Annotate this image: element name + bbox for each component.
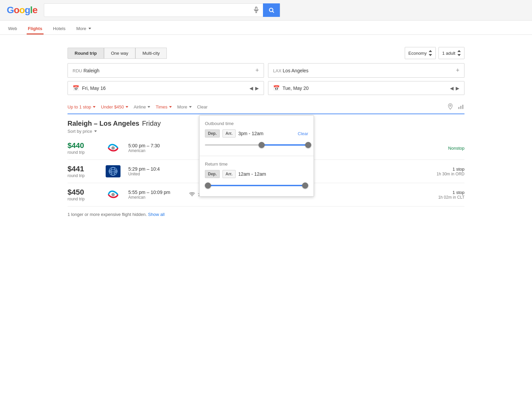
airport-row: RDURaleigh + LAXLos Angeles + xyxy=(68,63,464,78)
price-filter-arrow-icon xyxy=(126,106,128,108)
logo-g-blue2: g xyxy=(25,5,30,16)
filter-row: Up to 1 stop Under $450 Airline Times Mo… xyxy=(68,100,464,114)
flight-stop-type: 1 stop xyxy=(417,190,464,195)
return-arr-button[interactable]: Arr. xyxy=(222,170,236,178)
flight-times-col: 5:55 pm – 10:09 pm American xyxy=(128,190,182,200)
nav: Web Flights Hotels More xyxy=(0,21,532,35)
search-bar xyxy=(44,3,280,17)
depart-next-arrow[interactable]: ▶ xyxy=(255,85,259,91)
times-filter-arrow-icon xyxy=(169,106,172,108)
nav-hotels[interactable]: Hotels xyxy=(52,23,67,34)
svg-point-6 xyxy=(111,146,115,150)
results-date: Friday xyxy=(142,120,161,127)
flight-time: 5:00 pm – 7:30 xyxy=(128,143,182,148)
return-next-arrow[interactable]: ▶ xyxy=(456,85,459,91)
outbound-slider-fill xyxy=(262,144,308,146)
dest-city: Los Angeles xyxy=(283,68,309,73)
nav-more-label: More xyxy=(76,26,86,31)
round-trip-button[interactable]: Round trip xyxy=(68,48,104,59)
google-logo: Google xyxy=(7,5,37,16)
results-title-area: Raleigh – Los Angeles Friday Sort by pri… xyxy=(68,120,161,134)
stops-filter-label: Up to 1 stop xyxy=(68,104,91,109)
flight-price-col: $440 round trip xyxy=(68,141,98,155)
mic-icon[interactable] xyxy=(249,6,263,14)
flight-price: $440 xyxy=(68,141,98,150)
flight-stop-info: 1 stop 1h 30m in ORD xyxy=(417,167,464,176)
stops-filter-button[interactable]: Up to 1 stop xyxy=(68,104,96,109)
nav-more-arrow-icon xyxy=(88,28,91,29)
return-section: Return time Dep. Arr. 12am - 12am xyxy=(200,156,314,196)
airline-filter-label: Airline xyxy=(134,104,146,109)
outbound-section: Outbound time Dep. Arr. 3pm - 12am Clear xyxy=(200,116,314,156)
flight-airline: American xyxy=(128,195,182,200)
stops-filter-arrow-icon xyxy=(93,106,96,108)
flight-trip-label: round trip xyxy=(68,197,98,201)
search-input[interactable] xyxy=(44,7,249,13)
nav-web[interactable]: Web xyxy=(7,23,19,34)
svg-line-2 xyxy=(273,11,274,13)
return-slider-right-thumb[interactable] xyxy=(302,182,308,189)
return-time-range: 12am - 12am xyxy=(238,171,266,177)
outbound-arr-button[interactable]: Arr. xyxy=(222,129,236,138)
outbound-clear-link[interactable]: Clear xyxy=(298,131,308,136)
nav-more[interactable]: More xyxy=(75,23,92,34)
times-filter-button[interactable]: Times xyxy=(156,104,172,109)
return-slider[interactable] xyxy=(205,182,308,189)
return-date-label: Tue, May 20 xyxy=(283,85,309,91)
nav-flights[interactable]: Flights xyxy=(27,23,44,34)
header: Google xyxy=(0,0,532,21)
airline-filter-arrow-icon xyxy=(148,106,150,108)
flight-times-col: 5:00 pm – 7:30 American xyxy=(128,143,182,153)
flight-stop-detail: 1h 02m in CLT xyxy=(417,195,464,200)
clear-filter-label: Clear xyxy=(197,104,208,109)
more-filter-label: More xyxy=(177,104,187,109)
flight-stop-type: 1 stop xyxy=(417,167,464,172)
flight-airline: American xyxy=(128,148,182,153)
passengers-select[interactable]: 1 adult xyxy=(438,47,464,59)
american-airlines-logo-icon xyxy=(106,142,121,154)
origin-input[interactable]: RDURaleigh + xyxy=(68,63,264,78)
chart-icon[interactable] xyxy=(458,103,464,111)
date-row: 📅 Fri, May 16 ◀ ▶ 📅 Tue, May 20 ◀ ▶ xyxy=(68,81,464,95)
outbound-label: Outbound time xyxy=(205,121,308,126)
search-button[interactable] xyxy=(263,3,280,17)
dest-input[interactable]: LAXLos Angeles + xyxy=(268,63,464,78)
return-prev-arrow[interactable]: ◀ xyxy=(450,85,454,91)
origin-code: RDU xyxy=(73,68,82,73)
multi-city-button[interactable]: Multi-city xyxy=(135,48,167,59)
depart-calendar-icon: 📅 xyxy=(73,85,79,91)
show-all-link[interactable]: Show all xyxy=(148,212,165,217)
price-filter-button[interactable]: Under $450 xyxy=(101,104,128,109)
svg-rect-3 xyxy=(458,107,459,109)
return-date-input[interactable]: 📅 Tue, May 20 ◀ ▶ xyxy=(268,81,464,95)
cabin-class-select[interactable]: Economy xyxy=(405,47,436,59)
airline-filter-button[interactable]: Airline xyxy=(134,104,150,109)
outbound-slider-right-thumb[interactable] xyxy=(305,142,311,148)
origin-city: Raleigh xyxy=(83,68,99,73)
outbound-time-range: 3pm - 12am xyxy=(238,131,264,136)
one-way-button[interactable]: One way xyxy=(104,48,135,59)
more-filter-button[interactable]: More xyxy=(177,104,192,109)
return-slider-left-thumb[interactable] xyxy=(205,182,211,189)
return-dep-button[interactable]: Dep. xyxy=(205,170,220,178)
return-calendar-icon: 📅 xyxy=(273,85,280,91)
depart-date-input[interactable]: 📅 Fri, May 16 ◀ ▶ xyxy=(68,81,264,95)
times-dropdown: Outbound time Dep. Arr. 3pm - 12am Clear… xyxy=(199,115,314,197)
more-filter-arrow-icon xyxy=(189,106,192,108)
outbound-dep-button[interactable]: Dep. xyxy=(205,129,220,138)
flight-trip-label: round trip xyxy=(68,173,98,178)
clear-filter-button[interactable]: Clear xyxy=(197,104,208,109)
flight-time: 5:29 pm – 10:4 xyxy=(128,166,182,172)
svg-point-11 xyxy=(111,193,115,196)
sort-by-button[interactable]: Sort by price xyxy=(68,129,161,134)
flight-time: 5:55 pm – 10:09 pm xyxy=(128,190,182,195)
logo-e-red: e xyxy=(32,5,37,16)
outbound-slider[interactable] xyxy=(205,142,308,148)
flight-price: $441 xyxy=(68,165,98,173)
location-icon[interactable] xyxy=(447,103,454,111)
depart-prev-arrow[interactable]: ◀ xyxy=(249,85,253,91)
depart-date-label: Fri, May 16 xyxy=(82,85,106,91)
outbound-slider-left-thumb[interactable] xyxy=(259,142,265,148)
flight-stop-info: 1 stop 1h 02m in CLT xyxy=(417,190,464,200)
flight-price-col: $441 round trip xyxy=(68,165,98,178)
